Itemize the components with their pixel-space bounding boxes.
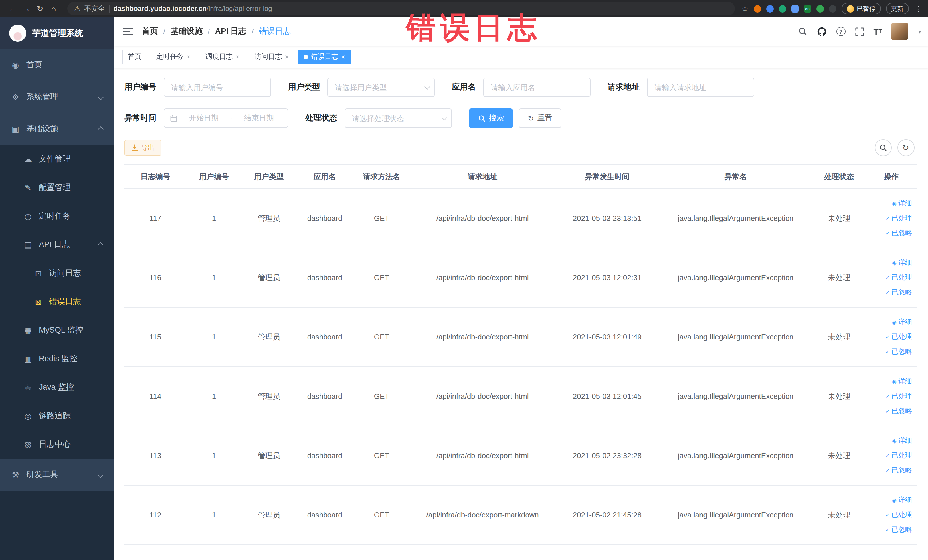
sidebar-item-config-management[interactable]: ✎ 配置管理 <box>0 174 114 202</box>
sidebar-item-api-logs[interactable]: ▤ API 日志 <box>0 230 114 259</box>
user-id-input[interactable] <box>164 78 271 97</box>
extension-icon-green[interactable] <box>778 5 786 12</box>
cell-user-type: 管理员 <box>241 189 296 248</box>
cell-request-url: /api/infra/db-doc/export-html <box>410 307 555 366</box>
browser-home-icon[interactable]: ⌂ <box>47 4 61 13</box>
sidebar-item-java-monitor[interactable]: ☕ Java 监控 <box>0 373 114 402</box>
app-logo-row[interactable]: 芋道管理系统 <box>0 17 114 49</box>
sidebar-item-mysql-monitor[interactable]: ▦ MySQL 监控 <box>0 316 114 345</box>
sidebar-item-access-log[interactable]: ⊡ 访问日志 <box>0 259 114 288</box>
github-icon[interactable] <box>817 26 827 36</box>
ignored-link[interactable]: ✓已忽略 <box>885 228 912 238</box>
processed-link[interactable]: ✓已处理 <box>885 332 912 342</box>
extension-icon-on-badge[interactable]: on <box>804 5 811 12</box>
ignored-label: 已忽略 <box>891 228 912 238</box>
browser-forward-icon[interactable]: → <box>20 4 33 13</box>
close-icon[interactable]: × <box>285 53 289 60</box>
tab-dispatch-log[interactable]: 调度日志 × <box>200 49 245 64</box>
user-avatar[interactable] <box>891 23 908 40</box>
search-toggle-button[interactable] <box>875 139 891 156</box>
sidebar-item-error-log[interactable]: ⊠ 错误日志 <box>0 288 114 316</box>
ignored-link[interactable]: ✓已忽略 <box>885 465 912 475</box>
extension-icon-blue-drop[interactable] <box>766 5 773 12</box>
sidebar-item-dev-tools[interactable]: ⚒ 研发工具 <box>0 459 114 491</box>
request-url-input[interactable] <box>647 78 754 97</box>
processed-link[interactable]: ✓已处理 <box>885 214 912 223</box>
process-status-label: 处理状态 <box>305 113 337 123</box>
breadcrumb-api-logs[interactable]: API 日志 <box>215 26 246 37</box>
sidebar-item-label: 日志中心 <box>39 439 71 450</box>
browser-back-icon[interactable]: ← <box>6 4 20 13</box>
detail-link[interactable]: ◉详细 <box>892 495 912 505</box>
cell-process-status: 未处理 <box>812 366 866 426</box>
chevron-down-icon[interactable]: ▾ <box>918 28 921 35</box>
sidebar-item-trace[interactable]: ◎ 链路追踪 <box>0 402 114 430</box>
detail-link[interactable]: ◉详细 <box>892 436 912 446</box>
sidebar-item-scheduled-tasks[interactable]: ◷ 定时任务 <box>0 202 114 230</box>
sidebar-item-system-management[interactable]: ⚙ 系统管理 <box>0 81 114 113</box>
export-button[interactable]: 导出 <box>124 140 162 156</box>
user-type-select[interactable] <box>328 78 435 97</box>
sidebar-item-label: 链路追踪 <box>39 411 71 421</box>
app-name-input[interactable] <box>483 78 591 97</box>
extension-icon-orange[interactable] <box>753 5 761 12</box>
extension-icon-paw[interactable] <box>829 5 836 12</box>
processed-link[interactable]: ✓已处理 <box>885 273 912 282</box>
sidebar-collapse-icon[interactable] <box>123 28 133 35</box>
reset-button[interactable]: ↻ 重置 <box>519 108 562 128</box>
check-icon: ✓ <box>885 334 890 340</box>
process-status-select[interactable] <box>345 108 452 128</box>
extension-icon-leaf[interactable] <box>816 5 824 12</box>
sidebar-item-file-management[interactable]: ☁ 文件管理 <box>0 145 114 174</box>
sidebar-item-infrastructure[interactable]: ▣ 基础设施 <box>0 113 114 145</box>
fullscreen-icon[interactable] <box>855 27 864 36</box>
eye-icon: ◉ <box>892 319 897 325</box>
chrome-update-button[interactable]: 更新 <box>886 3 908 14</box>
help-icon[interactable]: ? <box>836 27 846 36</box>
cell-app-name: dashboard <box>297 426 353 485</box>
processed-label: 已处理 <box>891 332 912 342</box>
tab-scheduled-tasks[interactable]: 定时任务 × <box>151 49 196 64</box>
browser-menu-icon[interactable]: ⋮ <box>915 4 922 13</box>
ignored-link[interactable]: ✓已忽略 <box>885 347 912 357</box>
tab-access-log[interactable]: 访问日志 × <box>249 49 295 64</box>
breadcrumb-infrastructure[interactable]: 基础设施 <box>171 26 203 37</box>
filter-user-id: 用户编号 <box>124 78 271 97</box>
processed-label: 已处理 <box>891 273 912 282</box>
ignored-link[interactable]: ✓已忽略 <box>885 525 912 535</box>
sidebar-item-redis-monitor[interactable]: ▥ Redis 监控 <box>0 345 114 373</box>
breadcrumb-home[interactable]: 首页 <box>142 26 158 37</box>
processed-link[interactable]: ✓已处理 <box>885 510 912 520</box>
browser-reload-icon[interactable]: ↻ <box>33 4 47 13</box>
refresh-button[interactable]: ↻ <box>897 139 914 156</box>
cell-log-id: 116 <box>124 248 186 307</box>
bookmark-star-icon[interactable]: ☆ <box>742 4 748 13</box>
ignored-link[interactable]: ✓已忽略 <box>885 406 912 416</box>
search-button[interactable]: 搜索 <box>469 108 513 128</box>
close-icon[interactable]: × <box>186 53 191 60</box>
sidebar-item-home[interactable]: ◉ 首页 <box>0 49 114 81</box>
close-icon[interactable]: × <box>236 53 240 60</box>
font-size-icon[interactable]: TT <box>873 26 882 36</box>
extension-icon-grid[interactable] <box>791 5 798 12</box>
detail-link[interactable]: ◉详细 <box>892 258 912 268</box>
profile-paused-badge[interactable]: 已暂停 <box>841 3 881 14</box>
date-range-picker[interactable]: 开始日期 - 结束日期 <box>164 108 288 128</box>
browser-address-bar[interactable]: ⚠ 不安全 dashboard.yudao.iocoder.cn/infra/l… <box>67 2 735 15</box>
detail-link[interactable]: ◉详细 <box>892 198 912 208</box>
detail-link[interactable]: ◉详细 <box>892 377 912 386</box>
detail-link[interactable]: ◉详细 <box>892 317 912 327</box>
search-icon[interactable] <box>798 27 807 36</box>
cell-log-id: 117 <box>124 189 186 248</box>
processed-link[interactable]: ✓已处理 <box>885 451 912 461</box>
breadcrumb: 首页 / 基础设施 / API 日志 / 错误日志 <box>142 26 291 37</box>
ignored-link[interactable]: ✓已忽略 <box>885 288 912 297</box>
cell-exception-time: 2021-05-03 12:01:49 <box>555 307 659 366</box>
cell-request-url: /api/infra/db-doc/export-html <box>410 426 555 485</box>
close-icon[interactable]: × <box>341 53 345 60</box>
check-icon: ✓ <box>885 349 890 355</box>
processed-link[interactable]: ✓已处理 <box>885 391 912 401</box>
tab-error-log[interactable]: 错误日志 × <box>298 49 351 64</box>
tab-home[interactable]: 首页 <box>122 49 147 64</box>
sidebar-item-log-center[interactable]: ▧ 日志中心 <box>0 430 114 459</box>
